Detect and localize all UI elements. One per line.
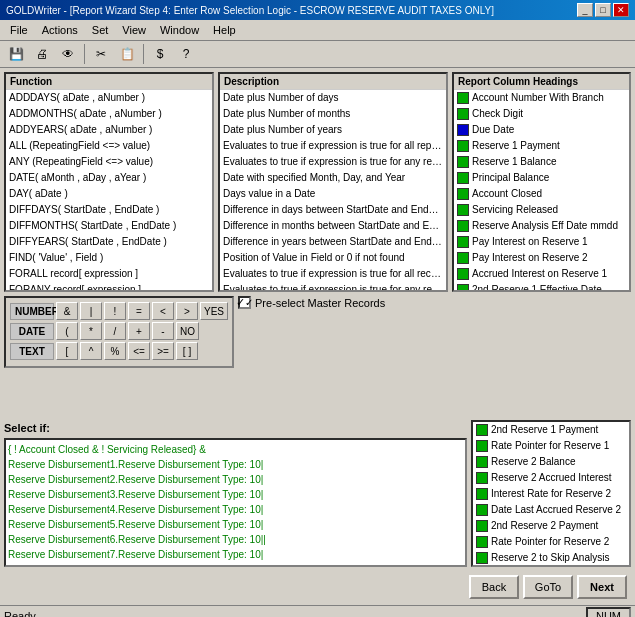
keyboard-key[interactable]: NO <box>176 322 199 340</box>
menu-file[interactable]: File <box>4 22 34 38</box>
keyboard-key[interactable]: ( <box>56 322 78 340</box>
goto-button[interactable]: GoTo <box>523 575 573 599</box>
keyboard-key[interactable]: [ <box>56 342 78 360</box>
right-ch-item[interactable]: 2nd Reserve 2 Effective Date <box>473 566 629 567</box>
ch-checkbox[interactable] <box>457 92 469 104</box>
right-ch-checkbox[interactable] <box>476 424 488 436</box>
toolbar-print[interactable]: 🖨 <box>30 43 54 65</box>
right-ch-checkbox[interactable] <box>476 520 488 532</box>
ch-item[interactable]: Due Date <box>454 122 629 138</box>
keyboard-key[interactable]: % <box>104 342 126 360</box>
right-ch-item[interactable]: 2nd Reserve 2 Payment <box>473 518 629 534</box>
right-ch-item[interactable]: Reserve 2 Balance <box>473 454 629 470</box>
ch-item[interactable]: Reserve 1 Balance <box>454 154 629 170</box>
menu-window[interactable]: Window <box>154 22 205 38</box>
function-item[interactable]: FORALL record[ expression ] <box>6 266 212 282</box>
right-ch-item[interactable]: Reserve 2 to Skip Analysis <box>473 550 629 566</box>
function-item[interactable]: DIFFYEARS( StartDate , EndDate ) <box>6 234 212 250</box>
right-column-headings[interactable]: 2nd Reserve 1 PaymentRate Pointer for Re… <box>471 420 631 567</box>
keyboard-key[interactable]: * <box>80 322 102 340</box>
keyboard-key[interactable]: <= <box>128 342 150 360</box>
minimize-button[interactable]: _ <box>577 3 593 17</box>
ch-item[interactable]: Account Number With Branch <box>454 90 629 106</box>
menu-view[interactable]: View <box>116 22 152 38</box>
function-item[interactable]: ADDDAYS( aDate , aNumber ) <box>6 90 212 106</box>
ch-item[interactable]: Pay Interest on Reserve 2 <box>454 250 629 266</box>
ch-checkbox[interactable] <box>457 124 469 136</box>
menu-set[interactable]: Set <box>86 22 115 38</box>
right-ch-checkbox[interactable] <box>476 440 488 452</box>
function-item[interactable]: DIFFDAYS( StartDate , EndDate ) <box>6 202 212 218</box>
restore-button[interactable]: □ <box>595 3 611 17</box>
ch-checkbox[interactable] <box>457 188 469 200</box>
function-item[interactable]: FIND( 'Value' , Field ) <box>6 250 212 266</box>
function-item[interactable]: DATE( aMonth , aDay , aYear ) <box>6 170 212 186</box>
right-ch-item[interactable]: Reserve 2 Accrued Interest <box>473 470 629 486</box>
toolbar-save[interactable]: 💾 <box>4 43 28 65</box>
toolbar-dollar[interactable]: $ <box>148 43 172 65</box>
back-button[interactable]: Back <box>469 575 519 599</box>
right-ch-checkbox[interactable] <box>476 488 488 500</box>
right-ch-item[interactable]: 2nd Reserve 1 Payment <box>473 422 629 438</box>
right-ch-checkbox[interactable] <box>476 536 488 548</box>
ch-item[interactable]: Reserve Analysis Eff Date mmdd <box>454 218 629 234</box>
keyboard-key[interactable]: | <box>80 302 102 320</box>
keyboard-key[interactable]: + <box>128 322 150 340</box>
right-ch-item[interactable]: Rate Pointer for Reserve 1 <box>473 438 629 454</box>
keyboard-key[interactable]: - <box>152 322 174 340</box>
keyboard-key[interactable]: < <box>152 302 174 320</box>
keyboard-key[interactable]: > <box>176 302 198 320</box>
ch-item[interactable]: Pay Interest on Reserve 1 <box>454 234 629 250</box>
ch-item[interactable]: 2nd Reserve 1 Effective Date <box>454 282 629 292</box>
function-item[interactable]: ALL (RepeatingField <=> value) <box>6 138 212 154</box>
keyboard-key[interactable]: & <box>56 302 78 320</box>
toolbar-preview[interactable]: 👁 <box>56 43 80 65</box>
keyboard-key[interactable]: = <box>128 302 150 320</box>
ch-checkbox[interactable] <box>457 140 469 152</box>
right-ch-checkbox[interactable] <box>476 472 488 484</box>
ch-item[interactable]: Accrued Interest on Reserve 1 <box>454 266 629 282</box>
ch-checkbox[interactable] <box>457 284 469 292</box>
ch-item[interactable]: Account Closed <box>454 186 629 202</box>
ch-checkbox[interactable] <box>457 172 469 184</box>
column-headings-panel[interactable]: Report Column Headings Account Number Wi… <box>452 72 631 292</box>
ch-checkbox[interactable] <box>457 108 469 120</box>
right-ch-checkbox[interactable] <box>476 552 488 564</box>
preselect-checkbox[interactable]: ✓ <box>238 296 251 309</box>
next-button[interactable]: Next <box>577 575 627 599</box>
logic-content-area[interactable]: { ! Account Closed & ! Servicing Release… <box>4 438 467 567</box>
function-item[interactable]: DAY( aDate ) <box>6 186 212 202</box>
close-button[interactable]: ✕ <box>613 3 629 17</box>
keyboard-key[interactable]: [ ] <box>176 342 198 360</box>
ch-checkbox[interactable] <box>457 220 469 232</box>
right-ch-item[interactable]: Rate Pointer for Reserve 2 <box>473 534 629 550</box>
keyboard-key[interactable]: ! <box>104 302 126 320</box>
ch-item[interactable]: Reserve 1 Payment <box>454 138 629 154</box>
menu-help[interactable]: Help <box>207 22 242 38</box>
ch-checkbox[interactable] <box>457 156 469 168</box>
right-ch-item[interactable]: Date Last Accrued Reserve 2 <box>473 502 629 518</box>
keyboard-key[interactable]: ^ <box>80 342 102 360</box>
ch-item[interactable]: Principal Balance <box>454 170 629 186</box>
ch-item[interactable]: Check Digit <box>454 106 629 122</box>
ch-checkbox[interactable] <box>457 252 469 264</box>
function-item[interactable]: DIFFMONTHS( StartDate , EndDate ) <box>6 218 212 234</box>
ch-item[interactable]: Servicing Released <box>454 202 629 218</box>
right-ch-checkbox[interactable] <box>476 504 488 516</box>
menu-actions[interactable]: Actions <box>36 22 84 38</box>
ch-checkbox[interactable] <box>457 204 469 216</box>
function-item[interactable]: ADDMONTHS( aDate , aNumber ) <box>6 106 212 122</box>
function-item[interactable]: FORANY record[ expression ] <box>6 282 212 292</box>
ch-checkbox[interactable] <box>457 236 469 248</box>
ch-checkbox[interactable] <box>457 268 469 280</box>
toolbar-help[interactable]: ? <box>174 43 198 65</box>
preselect-control[interactable]: ✓ Pre-select Master Records <box>238 296 385 309</box>
keyboard-key[interactable]: >= <box>152 342 174 360</box>
function-panel[interactable]: Function ADDDAYS( aDate , aNumber )ADDMO… <box>4 72 214 292</box>
keyboard-key[interactable]: YES <box>200 302 228 320</box>
function-item[interactable]: ANY (RepeatingField <=> value) <box>6 154 212 170</box>
function-item[interactable]: ADDYEARS( aDate , aNumber ) <box>6 122 212 138</box>
keyboard-key[interactable]: / <box>104 322 126 340</box>
right-ch-checkbox[interactable] <box>476 456 488 468</box>
toolbar-cut[interactable]: ✂ <box>89 43 113 65</box>
